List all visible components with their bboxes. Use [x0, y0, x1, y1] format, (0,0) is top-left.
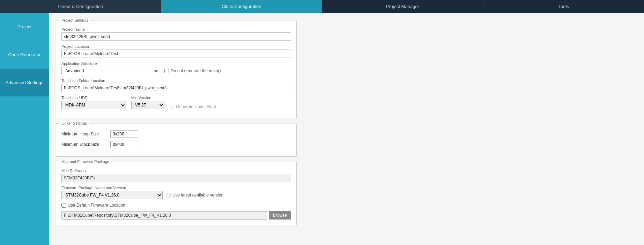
sidebar-item-project[interactable]: Project	[0, 13, 49, 41]
toolchain-ide-group: Toolchain / IDE MDK-ARM STM32CubeIDE Mak…	[61, 96, 291, 109]
nav-tools[interactable]: Tools	[483, 0, 644, 13]
firmware-package-select[interactable]: STM32Cube FW_F4 V1.26.0	[61, 191, 163, 199]
project-location-input[interactable]	[61, 50, 291, 58]
app-structure-row: Advanced Basic Do not generate the main(…	[61, 67, 291, 75]
generate-under-root-checkbox	[170, 105, 174, 109]
sidebar-item-advanced-settings[interactable]: Advanced Settings	[0, 69, 49, 97]
use-default-location-checkbox[interactable]	[61, 203, 66, 208]
top-navigation: Pinout & Configuration Clock Configurati…	[0, 0, 644, 13]
browse-button[interactable]: Browse	[269, 211, 291, 220]
sidebar-item-code-generator[interactable]: Code Generator	[0, 41, 49, 69]
mcu-firmware-title: Mcu and Firmware Package	[60, 159, 111, 164]
linker-settings-title: Linker Settings	[60, 121, 89, 125]
min-version-label: Min Version	[131, 96, 164, 100]
use-latest-checkbox	[166, 193, 171, 198]
app-structure-select[interactable]: Advanced Basic	[61, 67, 159, 75]
mcu-ref-input	[61, 174, 291, 182]
firmware-path-row: Browse	[61, 211, 291, 220]
toolchain-ide-label: Toolchain / IDE	[61, 96, 126, 100]
project-settings-section: Project Settings Project Name Project Lo…	[56, 21, 297, 118]
toolchain-folder-label: Toolchain Folder Location	[61, 79, 291, 83]
project-name-input[interactable]	[61, 32, 291, 41]
nav-clock-configuration[interactable]: Clock Configuration	[161, 0, 323, 13]
project-location-group: Project Location	[61, 44, 291, 58]
toolchain-folder-input[interactable]	[61, 84, 291, 92]
toolchain-ide-row: Toolchain / IDE MDK-ARM STM32CubeIDE Mak…	[61, 96, 291, 109]
toolchain-folder-group: Toolchain Folder Location	[61, 79, 291, 92]
content-area: Project Settings Project Name Project Lo…	[49, 13, 304, 245]
min-heap-label: Minimum Heap Size	[61, 132, 107, 136]
mcu-ref-label: Mcu Reference	[61, 169, 291, 173]
mcu-ref-group: Mcu Reference	[61, 169, 291, 182]
linker-settings-section: Linker Settings Minimum Heap Size Minimu…	[56, 124, 297, 157]
nav-pinout-configuration[interactable]: Pinout & Configuration	[0, 0, 161, 13]
app-structure-group: Application Structure Advanced Basic Do …	[61, 61, 291, 75]
firmware-package-label: Firmware Package Name and Version	[61, 186, 291, 190]
app-structure-label: Application Structure	[61, 61, 291, 66]
min-stack-row: Minimum Stack Size	[61, 141, 291, 148]
project-location-label: Project Location	[61, 44, 291, 49]
min-heap-row: Minimum Heap Size	[61, 130, 291, 138]
nav-project-manager[interactable]: Project Manager	[322, 0, 483, 13]
generate-under-root-label: Generate Under Root	[170, 104, 216, 109]
min-version-select[interactable]: V5.27 V5.32	[131, 101, 164, 109]
project-name-label: Project Name	[61, 27, 291, 31]
project-name-group: Project Name	[61, 27, 291, 41]
toolchain-ide-select[interactable]: MDK-ARM STM32CubeIDE Makefile	[61, 101, 126, 109]
do-not-generate-main-checkbox[interactable]	[164, 69, 169, 73]
main-layout: Project Code Generator Advanced Settings…	[0, 13, 644, 245]
right-panel	[304, 13, 644, 245]
firmware-path-input	[61, 211, 267, 220]
sidebar: Project Code Generator Advanced Settings	[0, 13, 49, 245]
use-default-location-checkbox-label[interactable]: Use Default Firmware Location	[61, 203, 291, 208]
use-default-location-group: Use Default Firmware Location	[61, 203, 291, 208]
min-heap-input[interactable]	[110, 130, 138, 138]
use-latest-checkbox-label: Use latest available version	[166, 193, 223, 198]
toolchain-select-group: Toolchain / IDE MDK-ARM STM32CubeIDE Mak…	[61, 96, 126, 109]
min-stack-input[interactable]	[110, 141, 138, 148]
mcu-firmware-section: Mcu and Firmware Package Mcu Reference F…	[56, 162, 297, 225]
project-settings-title: Project Settings	[60, 18, 90, 22]
min-stack-label: Minimum Stack Size	[61, 142, 107, 147]
min-version-select-group: Min Version V5.27 V5.32	[131, 96, 164, 109]
firmware-package-row: STM32Cube FW_F4 V1.26.0 Use latest avail…	[61, 191, 291, 199]
firmware-package-group: Firmware Package Name and Version STM32C…	[61, 186, 291, 199]
do-not-generate-main-checkbox-label[interactable]: Do not generate the main()	[164, 68, 221, 73]
